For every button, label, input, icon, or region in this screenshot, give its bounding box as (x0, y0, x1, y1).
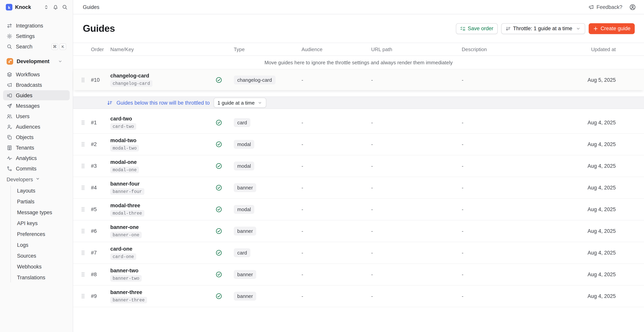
main-content: Guides Feedback? Guides Save order Throt… (73, 0, 644, 332)
sidebar-item-translations[interactable]: Translations (16, 272, 70, 282)
guide-name-key: changelog-card changelog-card (110, 73, 216, 87)
guide-type-cell: modal (234, 205, 302, 214)
guide-row-banner-one[interactable]: #6 banner-one banner-one banner - - - Au… (73, 220, 644, 242)
sidebar-nav: Integrations Settings Search ⌘K Developm… (0, 14, 73, 283)
sidebar-item-message-types[interactable]: Message types (16, 207, 70, 217)
sidebar-item-label: Objects (16, 134, 34, 140)
guide-description: - (462, 185, 587, 191)
sidebar-item-objects[interactable]: Objects (3, 132, 70, 142)
guide-type-badge: banner (234, 292, 256, 301)
sidebar-item-api-keys[interactable]: API keys (16, 218, 70, 228)
throttle-dropdown-button[interactable]: Throttle: 1 guide at a time (501, 23, 585, 34)
search-icon (6, 44, 12, 49)
guide-updated-at: Aug 5, 2025 (587, 77, 616, 83)
topbar: Guides Feedback? (73, 0, 644, 14)
column-header-updated-at: Updated at (587, 46, 616, 52)
guide-type-cell: card (234, 118, 302, 127)
sidebar-item-partials[interactable]: Partials (16, 196, 70, 206)
guide-type-cell: changelog-card (234, 75, 302, 84)
drag-handle-icon[interactable] (80, 206, 86, 212)
guide-type-cell: card (234, 248, 302, 257)
sidebar-item-commits[interactable]: Commits (3, 163, 70, 174)
drag-handle-icon[interactable] (80, 228, 86, 234)
search-icon[interactable] (62, 4, 68, 10)
sidebar-item-sources[interactable]: Sources (16, 251, 70, 261)
guide-row-modal-one[interactable]: #3 modal-one modal-one modal - - - Aug 4… (73, 155, 644, 177)
drag-handle-icon[interactable] (80, 271, 86, 277)
guides-icon (6, 92, 12, 98)
integrations-icon (6, 23, 12, 29)
sidebar-item-logs[interactable]: Logs (16, 240, 70, 250)
drag-handle-icon[interactable] (80, 120, 86, 126)
sidebar-item-broadcasts[interactable]: Broadcasts (3, 80, 70, 90)
guide-name: banner-one (110, 224, 216, 230)
sort-descending-icon (505, 26, 511, 31)
guide-row-changelog-card[interactable]: #10 changelog-card changelog-card change… (73, 69, 644, 90)
users-icon (6, 113, 12, 119)
objects-icon (6, 134, 12, 140)
sidebar-item-search[interactable]: Search ⌘K (3, 42, 70, 52)
guide-description: - (462, 271, 587, 277)
sidebar-item-integrations[interactable]: Integrations (3, 21, 70, 31)
drag-handle-icon[interactable] (80, 163, 86, 169)
sidebar-item-audiences[interactable]: Audiences (3, 122, 70, 132)
sidebar-item-label: Messages (16, 103, 40, 109)
drag-handle-icon[interactable] (80, 185, 86, 191)
active-status-check-icon (216, 163, 234, 169)
workspace-selector-icon[interactable] (43, 4, 49, 10)
sidebar-item-webhooks[interactable]: Webhooks (16, 261, 70, 271)
active-status-check-icon (216, 77, 234, 83)
feedback-button[interactable]: Feedback? (588, 4, 622, 10)
guide-name: changelog-card (110, 73, 216, 79)
notifications-bell-icon[interactable] (53, 4, 58, 10)
guide-row-modal-three[interactable]: #5 modal-three modal-three modal - - - A… (73, 199, 644, 220)
guide-row-card-two[interactable]: #1 card-two card-two card - - - Aug 4, 2… (73, 112, 644, 134)
user-avatar-icon[interactable] (629, 4, 636, 10)
active-status-check-icon (216, 293, 234, 299)
broadcasts-icon (6, 82, 12, 88)
sidebar-item-label: Guides (16, 92, 32, 98)
guide-row-modal-two[interactable]: #2 modal-two modal-two modal - - - Aug 4… (73, 134, 644, 155)
sidebar-item-messages[interactable]: Messages (3, 101, 70, 111)
developers-section-toggle[interactable]: Developers (3, 174, 70, 184)
guide-type-badge: modal (234, 140, 254, 149)
drag-handle-icon[interactable] (80, 77, 86, 83)
throttle-limit-value: 1 guide at a time (218, 100, 255, 106)
drag-handle-icon[interactable] (80, 141, 86, 147)
guide-audience: - (302, 250, 371, 256)
sidebar-item-analytics[interactable]: Analytics (3, 153, 70, 163)
sidebar-item-users[interactable]: Users (3, 111, 70, 121)
sidebar-item-tenants[interactable]: Tenants (3, 143, 70, 153)
sidebar-item-workflows[interactable]: Workflows (3, 69, 70, 79)
guide-url-path: - (371, 271, 462, 277)
guide-row-banner-three[interactable]: #9 banner-three banner-three banner - - … (73, 285, 644, 307)
drag-handle-icon[interactable] (80, 250, 86, 256)
workspace-switcher[interactable]: k Knock (0, 0, 73, 14)
guide-row-banner-two[interactable]: #8 banner-two banner-two banner - - - Au… (73, 264, 644, 285)
guide-row-banner-four[interactable]: #4 banner-four banner-four banner - - - … (73, 177, 644, 199)
guide-key-badge: banner-two (110, 275, 142, 281)
guide-description: - (462, 250, 587, 256)
sidebar-item-settings[interactable]: Settings (3, 31, 70, 41)
guide-order: #6 (91, 228, 110, 234)
development-env-icon (6, 58, 13, 65)
guide-row-card-one[interactable]: #7 card-one card-one card - - - Aug 4, 2… (73, 242, 644, 264)
environment-switcher[interactable]: Development (3, 56, 70, 66)
guide-type-badge: card (234, 248, 250, 257)
guide-description: - (462, 141, 587, 147)
guide-name: banner-three (110, 289, 216, 295)
sidebar-item-label: Commits (16, 166, 36, 171)
active-status-check-icon (216, 249, 234, 256)
create-guide-button[interactable]: Create guide (588, 23, 635, 34)
sidebar-item-preferences[interactable]: Preferences (16, 229, 70, 239)
guide-key-badge: card-two (110, 123, 136, 130)
sidebar-item-guides[interactable]: Guides (3, 90, 70, 100)
environment-label: Development (17, 58, 50, 64)
sidebar-item-layouts[interactable]: Layouts (16, 186, 70, 196)
drag-handle-icon[interactable] (80, 293, 86, 299)
guide-type-badge: modal (234, 162, 254, 170)
guide-order: #4 (91, 185, 110, 191)
save-order-button[interactable]: Save order (456, 23, 498, 34)
throttle-limit-select[interactable]: 1 guide at a time (214, 98, 266, 108)
guide-key-badge: modal-two (110, 145, 139, 151)
